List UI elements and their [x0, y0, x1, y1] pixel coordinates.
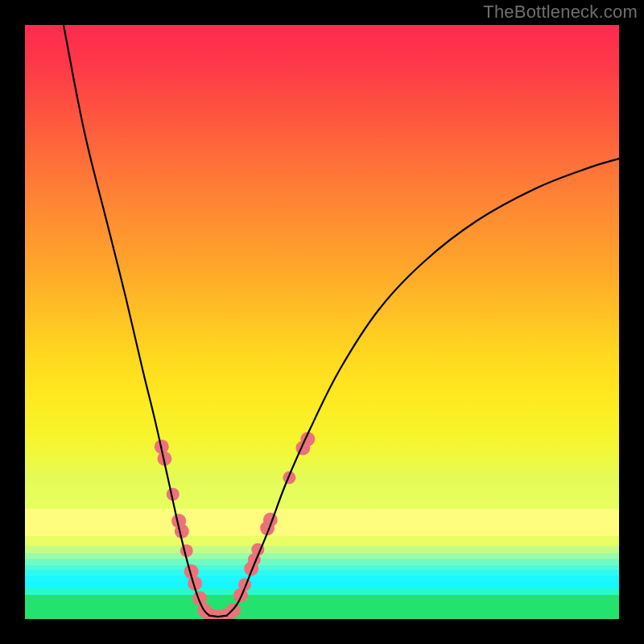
data-marker: [180, 544, 193, 557]
watermark-text: TheBottleneck.com: [483, 2, 638, 23]
curve-right-branch: [227, 159, 619, 616]
plot-area: [25, 25, 619, 619]
chart-frame: [0, 0, 644, 644]
chart-stage: TheBottleneck.com: [0, 0, 644, 644]
curves-svg: [25, 25, 619, 619]
